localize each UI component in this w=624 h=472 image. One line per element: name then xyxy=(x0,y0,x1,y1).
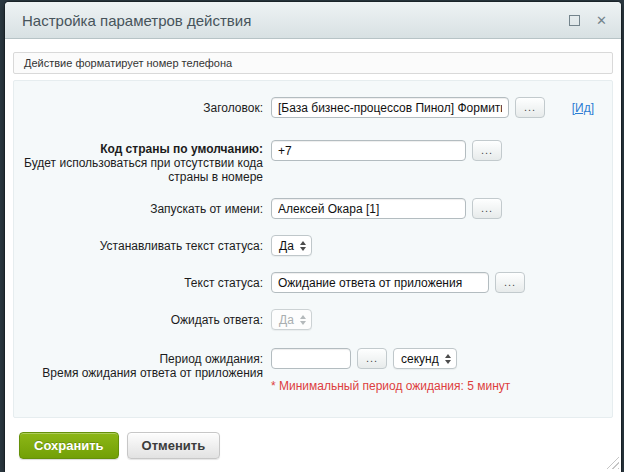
action-settings-dialog: Настройка параметров действия ✕ Действие… xyxy=(5,2,621,472)
wait-period-label: Период ожидания: Время ожидания ответа о… xyxy=(20,348,263,380)
wait-period-unit-select[interactable]: секунд xyxy=(393,348,457,369)
id-link-bracket-close: ] xyxy=(591,101,594,115)
dialog-footer: Сохранить Отменить xyxy=(5,420,621,472)
set-status-text-select-value: Да xyxy=(279,239,294,253)
wait-period-unit-value: секунд xyxy=(401,352,439,366)
title-label: Заголовок: xyxy=(20,97,263,115)
select-arrows-icon xyxy=(300,315,306,325)
form-row-title: Заголовок: ... [Ид] xyxy=(20,97,612,118)
title-input[interactable] xyxy=(271,97,509,118)
status-text-label: Текст статуса: xyxy=(20,272,263,290)
wait-period-label-title: Период ожидания: xyxy=(20,352,263,366)
cancel-button[interactable]: Отменить xyxy=(127,432,221,459)
wait-response-select-value: Да xyxy=(279,313,294,327)
dialog-titlebar[interactable]: Настройка параметров действия ✕ xyxy=(5,2,621,39)
country-code-input[interactable] xyxy=(271,140,466,161)
form-row-wait-period: Период ожидания: Время ожидания ответа о… xyxy=(20,348,612,393)
status-text-more-button[interactable]: ... xyxy=(495,272,525,293)
title-more-button[interactable]: ... xyxy=(515,97,545,118)
wait-response-select: Да xyxy=(271,309,312,330)
wait-period-more-button[interactable]: ... xyxy=(357,348,387,369)
country-code-label-hint: Будет использоваться при отсутствии кода… xyxy=(20,156,263,184)
save-button[interactable]: Сохранить xyxy=(19,432,119,459)
select-arrows-icon xyxy=(300,241,306,251)
window-controls: ✕ xyxy=(569,14,607,27)
run-as-more-button[interactable]: ... xyxy=(472,198,502,219)
run-as-input[interactable] xyxy=(271,198,466,219)
dialog-content: Действие форматирует номер телефона Заго… xyxy=(5,39,621,420)
country-code-more-button[interactable]: ... xyxy=(472,140,502,161)
close-icon[interactable]: ✕ xyxy=(596,14,607,27)
wait-period-input[interactable] xyxy=(271,348,351,369)
status-text-input[interactable] xyxy=(271,272,489,293)
set-status-text-label: Устанавливать текст статуса: xyxy=(20,235,263,253)
desktop-background: { "dialog": { "title": "Настройка параме… xyxy=(0,0,624,472)
action-description: Действие форматирует номер телефона xyxy=(13,52,613,74)
run-as-label: Запускать от имени: xyxy=(20,198,263,216)
country-code-label-title: Код страны по умолчанию: xyxy=(20,142,263,156)
country-code-label: Код страны по умолчанию: Будет использов… xyxy=(20,138,263,184)
form-panel: Заголовок: ... [Ид] Код страны по умолча… xyxy=(13,80,613,418)
form-row-wait-response: Ожидать ответа: Да xyxy=(20,309,612,330)
form-row-country-code: Код страны по умолчанию: Будет использов… xyxy=(20,138,612,184)
form-row-status-text: Текст статуса: ... xyxy=(20,272,612,293)
id-link[interactable]: [Ид] xyxy=(572,97,594,115)
dialog-title: Настройка параметров действия xyxy=(22,12,569,29)
form-row-run-as: Запускать от имени: ... xyxy=(20,198,612,219)
wait-response-label: Ожидать ответа: xyxy=(20,309,263,327)
form-row-set-status-text: Устанавливать текст статуса: Да xyxy=(20,235,612,256)
set-status-text-select[interactable]: Да xyxy=(271,235,312,256)
min-period-warning: * Минимальный период ожидания: 5 минут xyxy=(271,379,510,393)
maximize-icon[interactable] xyxy=(569,15,580,26)
wait-period-label-hint: Время ожидания ответа от приложения xyxy=(20,366,263,380)
id-link-text: Ид xyxy=(575,101,591,115)
select-arrows-icon xyxy=(445,354,451,364)
